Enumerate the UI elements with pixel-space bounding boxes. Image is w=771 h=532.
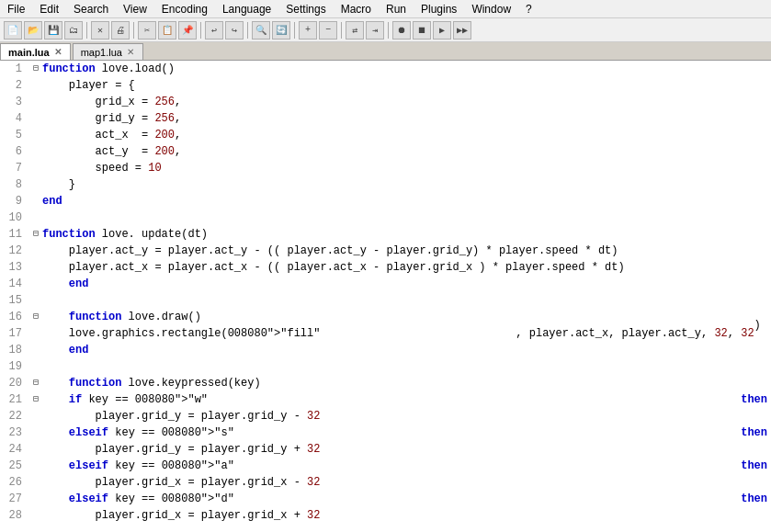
line-number-4: 4 [4, 110, 29, 127]
editor: 1 ⊟ function love.load() 2 player = { 3 … [0, 61, 771, 532]
code-text-21: if key == 008080">"w" [42, 391, 741, 408]
toolbar-save[interactable]: 💾 [44, 21, 62, 40]
menu-search[interactable]: Search [70, 1, 112, 17]
line-number-5: 5 [4, 127, 29, 143]
code-line-27: 27 elseif key == 008080">"d" then [4, 491, 767, 507]
code-line-13: 13 player.act_x = player.act_x - (( play… [4, 259, 767, 276]
code-text-25: elseif key == 008080">"a" [42, 458, 741, 474]
code-line-4: 4 grid_y = 256, [4, 110, 767, 127]
menu-run[interactable]: Run [382, 1, 410, 17]
line-number-1: 1 [4, 61, 29, 77]
sep5 [294, 22, 295, 39]
fold-icon-18 [29, 342, 42, 358]
line-number-27: 27 [4, 491, 29, 507]
tab-map1-lua[interactable]: map1.lua ✕ [73, 43, 143, 60]
fold-icon-16[interactable]: ⊟ [29, 309, 42, 325]
toolbar-print[interactable]: 🖨 [111, 21, 130, 40]
fold-icon-14 [29, 276, 42, 292]
fold-icon-7 [29, 160, 42, 176]
fold-icon-1[interactable]: ⊟ [29, 61, 42, 77]
code-text-16: function love.draw() [42, 309, 767, 325]
toolbar-paste[interactable]: 📌 [178, 21, 197, 40]
line-number-9: 9 [4, 193, 29, 209]
code-text-18: end [42, 342, 767, 358]
line-number-22: 22 [4, 408, 29, 424]
fold-icon-9 [29, 193, 42, 209]
menu-language[interactable]: Language [219, 1, 275, 17]
menu-help[interactable]: ? [522, 1, 536, 17]
toolbar-macro-rec[interactable]: ⏺ [392, 21, 411, 40]
line-number-13: 13 [4, 259, 29, 276]
fold-icon-5 [29, 127, 42, 143]
code-text-1: function love.load() [42, 61, 767, 77]
fold-icon-6 [29, 143, 42, 160]
toolbar-run[interactable]: ▶▶ [453, 21, 471, 40]
menu-edit[interactable]: Edit [36, 1, 62, 17]
toolbar-wrap[interactable]: ⇄ [346, 21, 364, 40]
code-text-13: player.act_x = player.act_x - (( player.… [42, 259, 767, 276]
toolbar-zoom-in[interactable]: + [299, 21, 317, 40]
fold-icon-21[interactable]: ⊟ [29, 391, 42, 408]
toolbar-redo[interactable]: ↪ [225, 21, 244, 40]
code-text-12: player.act_y = player.act_y - (( player.… [42, 243, 767, 259]
toolbar-undo[interactable]: ↩ [205, 21, 223, 40]
menubar: File Edit Search View Encoding Language … [0, 0, 771, 18]
line-number-26: 26 [4, 474, 29, 491]
sep3 [200, 22, 201, 39]
toolbar-indent[interactable]: ⇥ [366, 21, 384, 40]
line-number-20: 20 [4, 375, 29, 391]
sep7 [388, 22, 389, 39]
code-line-26: 26 player.grid_x = player.grid_x - 32 [4, 474, 767, 491]
fold-icon-4 [29, 110, 42, 127]
menu-window[interactable]: Window [468, 1, 515, 17]
code-text-22: player.grid_y = player.grid_y - 32 [42, 408, 767, 424]
sep2 [133, 22, 134, 39]
code-line-15: 15 [4, 292, 767, 309]
code-area[interactable]: 1 ⊟ function love.load() 2 player = { 3 … [0, 61, 771, 532]
fold-icon-23 [29, 424, 42, 441]
code-text-23: elseif key == 008080">"s" [42, 424, 741, 441]
toolbar-macro-play[interactable]: ▶ [433, 21, 451, 40]
fold-icon-20[interactable]: ⊟ [29, 375, 42, 391]
code-line-2: 2 player = { [4, 77, 767, 94]
menu-macro[interactable]: Macro [337, 1, 375, 17]
menu-settings[interactable]: Settings [282, 1, 329, 17]
toolbar-replace[interactable]: 🔄 [272, 21, 290, 40]
toolbar-close[interactable]: ✕ [91, 21, 109, 40]
toolbar-save-all[interactable]: 🗂 [64, 21, 83, 40]
sep1 [86, 22, 87, 39]
menu-view[interactable]: View [119, 1, 151, 17]
toolbar-zoom-out[interactable]: − [319, 21, 337, 40]
fold-icon-19 [29, 358, 42, 375]
line-number-17: 17 [4, 325, 29, 342]
toolbar-find[interactable]: 🔍 [252, 21, 270, 40]
code-line-16: 16 ⊟ function love.draw() [4, 309, 767, 325]
toolbar-macro-stop[interactable]: ⏹ [413, 21, 431, 40]
line-number-14: 14 [4, 276, 29, 292]
fold-icon-28 [29, 507, 42, 524]
code-text-10 [42, 209, 767, 226]
toolbar-cut[interactable]: ✂ [138, 21, 156, 40]
tab-map1-lua-close[interactable]: ✕ [126, 47, 135, 57]
code-line-9: 9 end [4, 193, 767, 209]
code-line-24: 24 player.grid_y = player.grid_y + 32 [4, 441, 767, 458]
tab-main-lua[interactable]: main.lua ✕ [0, 43, 71, 60]
toolbar-new[interactable]: 📄 [4, 21, 22, 40]
menu-plugins[interactable]: Plugins [417, 1, 460, 17]
menu-encoding[interactable]: Encoding [158, 1, 211, 17]
tab-main-lua-close[interactable]: ✕ [53, 47, 62, 57]
code-line-3: 3 grid_x = 256, [4, 94, 767, 110]
code-text-15 [42, 292, 767, 309]
menu-file[interactable]: File [4, 1, 28, 17]
fold-icon-26 [29, 474, 42, 491]
code-line-23: 23 elseif key == 008080">"s" then [4, 424, 767, 441]
line-number-25: 25 [4, 458, 29, 474]
toolbar-open[interactable]: 📂 [24, 21, 42, 40]
fold-icon-11[interactable]: ⊟ [29, 226, 42, 243]
tab-map1-lua-label: map1.lua [81, 47, 122, 58]
code-line-1: 1 ⊟ function love.load() [4, 61, 767, 77]
code-text-2: player = { [42, 77, 767, 94]
tab-main-lua-label: main.lua [8, 47, 50, 58]
code-text-14: end [42, 276, 767, 292]
toolbar-copy[interactable]: 📋 [158, 21, 176, 40]
